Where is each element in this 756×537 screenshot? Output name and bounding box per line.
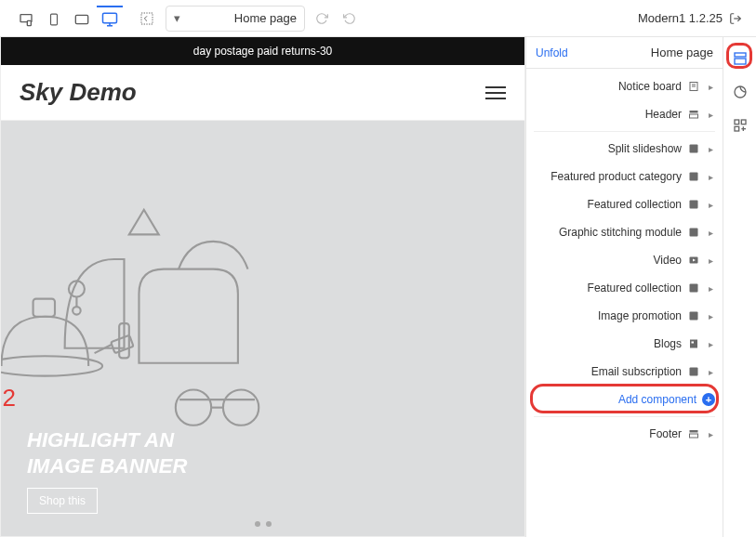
chevron-right-icon: ▸ bbox=[706, 172, 715, 182]
chevron-right-icon: ▸ bbox=[706, 82, 715, 92]
svg-marker-35 bbox=[129, 210, 159, 235]
tree-item[interactable]: ▸Email subscription bbox=[526, 358, 723, 386]
hero-banner: HIGHLIGHT ANIMAGE BANNER Shop this bbox=[1, 121, 524, 536]
hero-heading: HIGHLIGHT ANIMAGE BANNER bbox=[27, 427, 187, 478]
brand-logo: Sky Demo bbox=[20, 78, 137, 107]
chevron-right-icon: ▸ bbox=[706, 311, 715, 321]
tree-item-label: Featured collection bbox=[534, 282, 682, 295]
exit-icon[interactable] bbox=[728, 11, 743, 26]
apps-rail-button[interactable] bbox=[730, 115, 750, 136]
svg-rect-31 bbox=[692, 342, 695, 344]
tree-item-label: Blogs bbox=[534, 337, 682, 350]
tree-item-label: Email subscription bbox=[534, 365, 682, 378]
tree-item[interactable]: ▸Split slideshow bbox=[526, 135, 723, 163]
tree-item-label: Featured collection bbox=[534, 198, 682, 211]
tree-item[interactable]: ▸Header bbox=[526, 100, 723, 128]
theme-settings-rail-button[interactable] bbox=[730, 82, 750, 102]
tree-item[interactable]: ▸Video bbox=[526, 246, 723, 274]
svg-rect-28 bbox=[690, 284, 698, 293]
slideshow-dots[interactable] bbox=[255, 521, 272, 527]
section-type-icon bbox=[687, 142, 700, 155]
chevron-down-icon: ▾ bbox=[174, 11, 180, 25]
section-tree: ▸Notice board▸Header▸Split slideshow▸Fea… bbox=[526, 69, 723, 537]
svg-rect-40 bbox=[33, 299, 55, 317]
svg-rect-29 bbox=[690, 312, 698, 321]
svg-rect-9 bbox=[735, 53, 746, 57]
device-tablet-icon[interactable] bbox=[41, 6, 67, 32]
redo-button[interactable] bbox=[311, 7, 333, 30]
add-component-button[interactable]: +Add component bbox=[526, 386, 723, 413]
svg-rect-32 bbox=[690, 368, 698, 376]
section-type-icon bbox=[687, 170, 700, 183]
svg-point-39 bbox=[1, 356, 102, 375]
svg-rect-24 bbox=[690, 201, 698, 209]
section-type-icon bbox=[687, 80, 700, 93]
page-select-label: Home page bbox=[234, 11, 297, 25]
tree-item-label: Notice board bbox=[534, 80, 682, 93]
svg-point-42 bbox=[223, 389, 259, 425]
svg-rect-6 bbox=[51, 14, 58, 25]
svg-rect-20 bbox=[690, 111, 698, 113]
tree-item[interactable]: ▸Graphic stitching module bbox=[526, 218, 723, 246]
tree-item-label: Featured product category bbox=[534, 170, 682, 183]
unfold-link[interactable]: Unfold bbox=[536, 46, 568, 59]
tree-item[interactable]: ▸Footer bbox=[526, 420, 723, 448]
svg-rect-21 bbox=[690, 114, 698, 118]
tree-item[interactable]: ▸Featured collection bbox=[526, 274, 723, 302]
svg-rect-5 bbox=[75, 15, 87, 23]
device-tablet-landscape-icon[interactable] bbox=[69, 6, 95, 32]
svg-rect-2 bbox=[103, 13, 117, 23]
svg-rect-22 bbox=[690, 145, 698, 153]
tree-item[interactable]: ▸Blogs bbox=[526, 330, 723, 358]
hamburger-icon[interactable] bbox=[485, 86, 506, 99]
device-responsive-icon[interactable] bbox=[13, 6, 39, 32]
tree-item-label: Header bbox=[534, 108, 682, 121]
plus-icon: + bbox=[702, 393, 715, 406]
site-preview: 30-day postage paid returns Sky Demo bbox=[1, 37, 524, 536]
hero-cta-button[interactable]: Shop this bbox=[27, 488, 98, 514]
sections-rail-button[interactable] bbox=[730, 48, 750, 69]
section-type-icon bbox=[687, 427, 700, 440]
chevron-right-icon: ▸ bbox=[706, 283, 715, 294]
chevron-right-icon: ▸ bbox=[706, 110, 715, 120]
svg-rect-10 bbox=[735, 59, 746, 64]
tree-item[interactable]: ▸Notice board bbox=[526, 72, 723, 100]
tree-item-label: Split slideshow bbox=[534, 142, 682, 155]
section-type-icon bbox=[687, 198, 700, 211]
svg-rect-33 bbox=[690, 430, 698, 433]
announcement-bar: 30-day postage paid returns bbox=[1, 37, 524, 65]
section-type-icon bbox=[687, 254, 700, 267]
tree-item-label: Image promotion bbox=[534, 309, 682, 322]
chevron-right-icon: ▸ bbox=[706, 429, 715, 439]
tree-item-label: Video bbox=[534, 254, 682, 267]
section-type-icon bbox=[687, 365, 700, 378]
chevron-right-icon: ▸ bbox=[706, 339, 715, 349]
chevron-right-icon: ▸ bbox=[706, 228, 715, 238]
section-type-icon bbox=[687, 282, 700, 295]
svg-rect-12 bbox=[735, 120, 739, 124]
page-select[interactable]: Home page ▾ bbox=[166, 6, 305, 32]
svg-rect-13 bbox=[741, 120, 746, 124]
svg-rect-1 bbox=[141, 13, 153, 24]
sidebar-title: Home page bbox=[651, 46, 713, 59]
svg-rect-45 bbox=[111, 335, 133, 353]
tree-item[interactable]: ▸Featured collection bbox=[526, 190, 723, 218]
chevron-right-icon: ▸ bbox=[706, 144, 715, 154]
device-desktop-icon[interactable] bbox=[97, 6, 123, 32]
chevron-right-icon: ▸ bbox=[706, 200, 715, 210]
svg-rect-14 bbox=[735, 126, 739, 131]
svg-rect-8 bbox=[27, 20, 31, 25]
svg-rect-34 bbox=[690, 434, 698, 438]
tree-item[interactable]: ▸Image promotion bbox=[526, 302, 723, 330]
marquee-select-icon[interactable] bbox=[134, 6, 160, 32]
svg-rect-30 bbox=[690, 340, 697, 348]
theme-name: Modern1 1.2.25 bbox=[638, 11, 723, 25]
section-type-icon bbox=[687, 108, 700, 121]
undo-button[interactable] bbox=[338, 7, 361, 30]
svg-point-37 bbox=[73, 307, 81, 315]
chevron-right-icon: ▸ bbox=[706, 367, 715, 377]
section-type-icon bbox=[687, 309, 700, 322]
tree-item[interactable]: ▸Featured product category bbox=[526, 163, 723, 190]
add-component-label: Add component bbox=[618, 393, 696, 406]
annotation-number-2: 2 bbox=[3, 384, 16, 413]
